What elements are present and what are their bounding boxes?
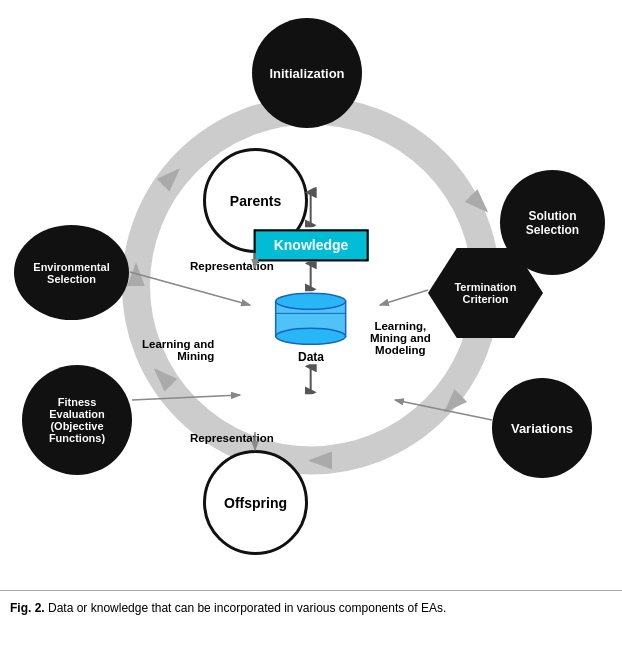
svg-point-8 (276, 293, 346, 309)
learning-mining-left-label: Learning andMining (142, 338, 214, 362)
center-knowledge: Knowledge Data (254, 187, 369, 394)
svg-point-10 (276, 328, 346, 344)
learning-mining-right-label: Learning,Mining andModeling (370, 320, 431, 356)
representation-bottom-label: Representation (190, 432, 274, 444)
initialization-node: Initialization (252, 18, 362, 128)
data-label: Data (298, 350, 324, 364)
data-cylinder (271, 291, 351, 346)
fitness-node: FitnessEvaluation(ObjectiveFunctions) (22, 365, 132, 475)
arrow-middle (301, 261, 321, 291)
environmental-node: EnvironmentalSelection (14, 225, 129, 320)
arrow-top (301, 187, 321, 227)
arrow-bottom (301, 364, 321, 394)
caption: Fig. 2. Data or knowledge that can be in… (0, 590, 622, 625)
knowledge-label: Knowledge (254, 229, 369, 261)
caption-text: Data or knowledge that can be incorporat… (48, 601, 446, 615)
caption-fig: Fig. 2. (10, 601, 45, 615)
variations-node: Variations (492, 378, 592, 478)
diagram: Initialization Parents SolutionSelection… (0, 0, 622, 590)
offspring-node: Offspring (203, 450, 308, 555)
representation-top-label: Representation (190, 260, 274, 272)
